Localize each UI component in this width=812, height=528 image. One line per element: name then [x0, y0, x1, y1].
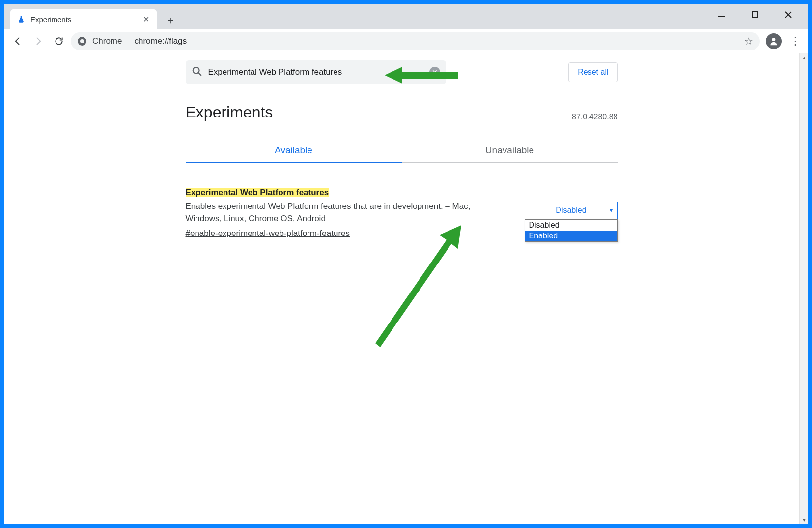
url-prefix: chrome:// — [134, 36, 169, 46]
reset-all-button[interactable]: Reset all — [568, 62, 617, 82]
close-tab-icon[interactable]: ✕ — [141, 15, 150, 24]
scrollbar[interactable]: ▴ ▾ — [799, 53, 808, 524]
flags-page: ✕ Reset all Experiments 87.0.4280.88 Ava… — [4, 53, 799, 524]
clear-search-icon[interactable]: ✕ — [429, 67, 440, 78]
page-title: Experiments — [186, 103, 273, 121]
window-controls — [712, 7, 805, 23]
scroll-down-icon[interactable]: ▾ — [800, 515, 808, 524]
flag-description: Enables experimental Web Platform featur… — [186, 201, 495, 225]
flag-title: Experimental Web Platform features — [186, 188, 329, 197]
flag-anchor-link[interactable]: #enable-experimental-web-platform-featur… — [186, 229, 350, 238]
flask-icon — [17, 15, 26, 24]
flag-select-value: Disabled — [556, 206, 586, 215]
search-icon — [192, 66, 202, 79]
close-window-button[interactable] — [779, 7, 798, 23]
search-box[interactable]: ✕ — [186, 60, 446, 84]
maximize-button[interactable] — [745, 7, 765, 23]
browser-tab[interactable]: Experiments ✕ — [10, 9, 157, 29]
back-button[interactable] — [9, 32, 27, 50]
reload-button[interactable] — [50, 32, 68, 50]
flag-title-highlight: Experimental Web Platform features — [186, 188, 329, 197]
chevron-down-icon: ▾ — [610, 207, 613, 214]
svg-line-4 — [198, 73, 201, 76]
url-text: chrome://flags — [134, 36, 187, 46]
profile-button[interactable] — [766, 33, 782, 49]
tab-available[interactable]: Available — [186, 139, 402, 163]
version-label: 87.0.4280.88 — [572, 113, 617, 121]
browser-window: Experiments ✕ ＋ Chrome — [4, 4, 808, 524]
flag-select[interactable]: Disabled ▾ — [525, 202, 618, 219]
scroll-up-icon[interactable]: ▴ — [800, 53, 808, 62]
flag-item: Experimental Web Platform features Enabl… — [4, 163, 799, 238]
flag-text: Experimental Web Platform features Enabl… — [186, 188, 513, 238]
option-enabled[interactable]: Enabled — [525, 231, 617, 241]
svg-marker-6 — [375, 225, 461, 347]
option-disabled[interactable]: Disabled — [525, 220, 617, 231]
divider — [128, 36, 128, 47]
url-path: flags — [169, 36, 187, 46]
svg-rect-0 — [718, 16, 725, 17]
tab-title: Experiments — [30, 15, 137, 24]
address-bar[interactable]: Chrome chrome://flags ☆ — [71, 32, 760, 50]
minimize-button[interactable] — [712, 7, 731, 23]
kebab-menu-icon[interactable]: ⋮ — [787, 33, 803, 49]
flag-dropdown: Disabled Enabled — [525, 219, 618, 242]
chrome-icon — [78, 37, 86, 46]
search-row: ✕ Reset all — [4, 54, 799, 91]
browser-toolbar: Chrome chrome://flags ☆ ⋮ — [4, 29, 808, 53]
tabs-row: Available Unavailable — [4, 139, 799, 163]
flag-control: Disabled ▾ Disabled Enabled — [525, 202, 618, 238]
new-tab-button[interactable]: ＋ — [163, 13, 178, 28]
header-row: Experiments 87.0.4280.88 — [4, 91, 799, 126]
bookmark-star-icon[interactable]: ☆ — [744, 35, 753, 47]
url-scheme-label: Chrome — [92, 36, 122, 46]
svg-rect-1 — [752, 12, 758, 18]
tab-strip: Experiments ✕ ＋ — [4, 4, 808, 29]
forward-button[interactable] — [29, 32, 47, 50]
search-input[interactable] — [208, 67, 423, 77]
tab-unavailable[interactable]: Unavailable — [402, 139, 618, 163]
svg-point-2 — [772, 38, 776, 41]
page-content: ✕ Reset all Experiments 87.0.4280.88 Ava… — [4, 53, 808, 524]
annotation-arrow-icon — [375, 225, 474, 353]
